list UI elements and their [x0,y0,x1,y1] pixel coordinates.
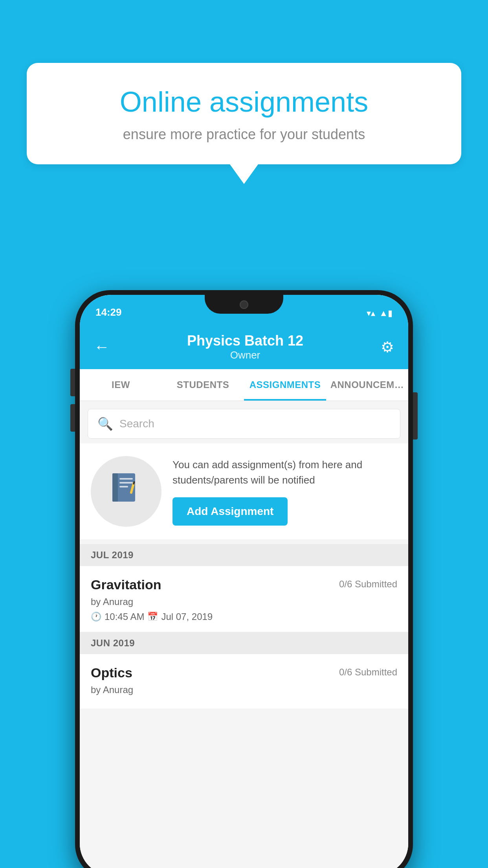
wifi-icon: ▾▴ [367,308,375,318]
assignment-meta: 🕐 10:45 AM 📅 Jul 07, 2019 [91,611,397,622]
app-bar-title-group: Physics Batch 12 Owner [187,333,303,361]
speech-bubble-subtitle: ensure more practice for your students [50,126,438,143]
assignment-item-optics[interactable]: Optics 0/6 Submitted by Anurag [80,654,408,709]
tabs-bar: IEW STUDENTS ASSIGNMENTS ANNOUNCEM… [80,369,408,401]
volume-down-button [70,404,75,432]
tab-students[interactable]: STUDENTS [162,369,244,401]
assignment-date: Jul 07, 2019 [161,611,213,622]
volume-up-button [70,369,75,396]
svg-rect-3 [119,482,133,484]
svg-rect-2 [119,478,133,480]
search-input[interactable]: Search [119,417,154,430]
notebook-icon [108,470,144,513]
assignment-author: by Anurag [91,596,397,607]
assignment-name: Gravitation [91,577,161,592]
section-header-jun2019: JUN 2019 [80,632,408,654]
phone-screen: 14:29 ▾▴ ▲▮ ← Physics Batch 12 Owner ⚙ I… [80,295,408,868]
search-bar[interactable]: 🔍 Search [88,409,400,439]
app-bar: ← Physics Batch 12 Owner ⚙ [80,323,408,369]
promo-icon-circle [91,456,161,527]
phone-frame: 14:29 ▾▴ ▲▮ ← Physics Batch 12 Owner ⚙ I… [75,290,413,868]
speech-bubble-pointer [230,164,258,184]
speech-bubble: Online assignments ensure more practice … [27,63,461,164]
speech-bubble-title: Online assignments [50,86,438,118]
clock-icon: 🕐 [91,612,101,622]
promo-card: You can add assignment(s) from here and … [80,443,408,539]
assignment-time: 10:45 AM [105,611,144,622]
search-icon: 🔍 [97,416,113,431]
front-camera [240,300,248,309]
calendar-icon: 📅 [147,612,158,622]
assignment-item-gravitation[interactable]: Gravitation 0/6 Submitted by Anurag 🕐 10… [80,566,408,632]
tab-assignments[interactable]: ASSIGNMENTS [244,369,326,401]
app-bar-subtitle: Owner [187,349,303,361]
speech-bubble-container: Online assignments ensure more practice … [27,63,461,184]
settings-button[interactable]: ⚙ [381,338,394,356]
promo-description: You can add assignment(s) from here and … [172,457,397,488]
assignment-submitted: 0/6 Submitted [339,579,397,590]
back-button[interactable]: ← [94,338,110,356]
svg-rect-4 [119,486,128,487]
tab-announcements[interactable]: ANNOUNCEM… [326,369,408,401]
power-button [413,392,418,440]
status-icons: ▾▴ ▲▮ [367,308,393,318]
assignment-item-top-optics: Optics 0/6 Submitted [91,665,397,680]
phone-notch [205,295,283,314]
assignment-submitted-optics: 0/6 Submitted [339,667,397,678]
status-time: 14:29 [95,306,122,318]
screen-content: ← Physics Batch 12 Owner ⚙ IEW STUDENTS … [80,323,408,868]
signal-icon: ▲▮ [379,308,393,318]
add-assignment-button[interactable]: Add Assignment [172,497,288,526]
content-area: 🔍 Search [80,401,408,868]
section-header-jul2019: JUL 2019 [80,544,408,566]
assignment-name-optics: Optics [91,665,132,680]
assignment-item-top: Gravitation 0/6 Submitted [91,577,397,592]
promo-text-area: You can add assignment(s) from here and … [172,457,397,526]
app-bar-title: Physics Batch 12 [187,333,303,349]
tab-iew[interactable]: IEW [80,369,162,401]
svg-rect-1 [112,473,118,502]
assignment-author-optics: by Anurag [91,684,397,695]
